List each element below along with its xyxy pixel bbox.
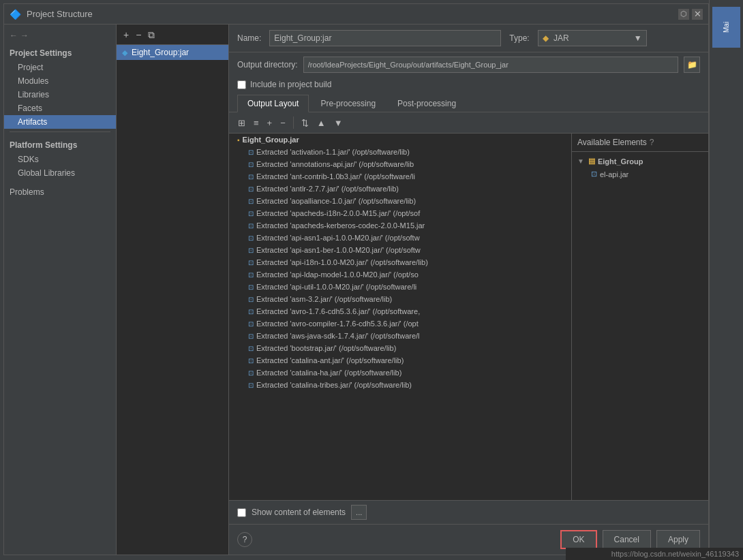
table-row[interactable]: ⊡ Extracted 'api-asn1-ber-1.0.0-M20.jar/… bbox=[229, 244, 571, 256]
table-row[interactable]: ⊡ Extracted 'api-asn1-api-1.0.0-M20.jar/… bbox=[229, 232, 571, 244]
table-row[interactable]: ⊡ Extracted 'antlr-2.7.7.jar/' (/opt/sof… bbox=[229, 183, 571, 195]
show-all-button[interactable]: ⊞ bbox=[234, 115, 249, 130]
project-settings-header: Project Settings bbox=[4, 46, 116, 61]
restore-button[interactable]: ⬡ bbox=[678, 9, 689, 20]
move-down-button[interactable]: ▼ bbox=[331, 115, 346, 130]
move-up-button[interactable]: ▲ bbox=[314, 115, 329, 130]
sidebar: ← → Project Settings Project Modules Lib… bbox=[4, 25, 117, 555]
sidebar-item-problems[interactable]: Problems bbox=[4, 185, 116, 199]
sidebar-item-artifacts[interactable]: Artifacts bbox=[4, 115, 116, 129]
table-row[interactable]: ⊡ Extracted 'ant-contrib-1.0b3.jar/' (/o… bbox=[229, 170, 571, 183]
table-row[interactable]: ⊡ Extracted 'avro-1.7.6-cdh5.3.6.jar/' (… bbox=[229, 305, 571, 317]
output-dir-label: Output directory: bbox=[237, 60, 298, 69]
artifact-toolbar: + − ⧉ bbox=[117, 25, 228, 45]
more-options-button[interactable]: ... bbox=[351, 505, 367, 520]
available-group[interactable]: ▼ ▤ Eight_Group bbox=[572, 155, 708, 168]
expand-button[interactable]: ≡ bbox=[250, 115, 262, 130]
table-row[interactable]: ⊡ Extracted 'api-ldap-model-1.0.0-M20.ja… bbox=[229, 268, 571, 281]
tree-root-label: Eight_Group.jar bbox=[243, 136, 299, 144]
tab-output-layout[interactable]: Output Layout bbox=[237, 95, 309, 112]
artifact-name: Eight_Group:jar bbox=[132, 48, 189, 57]
show-content-label: Show content of elements bbox=[252, 508, 346, 517]
table-row[interactable]: ⊡ Extracted 'annotations-api.jar/' (/opt… bbox=[229, 158, 571, 170]
apply-button[interactable]: Apply bbox=[656, 530, 700, 549]
sidebar-item-libraries[interactable]: Libraries bbox=[4, 88, 116, 102]
extract-icon: ⊡ bbox=[248, 234, 254, 242]
extract-icon: ⊡ bbox=[248, 173, 254, 181]
forward-arrow[interactable]: → bbox=[20, 31, 29, 40]
table-row[interactable]: ⊡ Extracted 'api-util-1.0.0-M20.jar/' (/… bbox=[229, 281, 571, 293]
sidebar-nav: ← → bbox=[4, 28, 116, 43]
cancel-button[interactable]: Cancel bbox=[603, 530, 651, 549]
available-child-label: el-api.jar bbox=[600, 170, 628, 178]
show-content-checkbox[interactable] bbox=[237, 508, 246, 517]
sidebar-item-facets[interactable]: Facets bbox=[4, 102, 116, 115]
sidebar-item-sdks[interactable]: SDKs bbox=[4, 153, 116, 166]
group-collapse-arrow: ▼ bbox=[577, 157, 584, 165]
table-row[interactable]: ⊡ Extracted 'apacheds-kerberos-codec-2.0… bbox=[229, 219, 571, 232]
help-icon[interactable]: ? bbox=[650, 138, 654, 147]
table-row[interactable]: ⊡ Extracted 'apacheds-i18n-2.0.0-M15.jar… bbox=[229, 207, 571, 219]
extract-icon: ⊡ bbox=[248, 149, 254, 156]
sidebar-item-global-libraries[interactable]: Global Libraries bbox=[4, 166, 116, 180]
available-child[interactable]: ⊡ el-api.jar bbox=[572, 168, 708, 181]
artifact-list-panel: + − ⧉ ◆ Eight_Group:jar bbox=[117, 25, 229, 555]
tab-preprocessing[interactable]: Pre-processing bbox=[310, 95, 386, 112]
close-button[interactable]: ✕ bbox=[692, 9, 703, 20]
url-bar: https://blog.csdn.net/weixin_46119343 bbox=[566, 548, 743, 560]
include-checkbox[interactable] bbox=[237, 80, 246, 89]
tabs-row: Output Layout Pre-processing Post-proces… bbox=[229, 95, 708, 112]
extract-icon: ⊡ bbox=[248, 296, 254, 303]
copy-artifact-button[interactable]: ⧉ bbox=[145, 29, 157, 41]
table-row[interactable]: ⊡ Extracted 'activation-1.1.jar/' (/opt/… bbox=[229, 146, 571, 158]
tab-postprocessing[interactable]: Post-processing bbox=[387, 95, 466, 112]
name-label: Name: bbox=[237, 33, 261, 43]
add-element-button[interactable]: + bbox=[264, 115, 276, 130]
sidebar-item-project[interactable]: Project bbox=[4, 61, 116, 74]
name-type-row: Name: Type: ◆ JAR ▼ bbox=[229, 25, 708, 52]
toolbar-separator bbox=[293, 116, 294, 129]
add-artifact-button[interactable]: + bbox=[121, 29, 132, 41]
sidebar-item-modules[interactable]: Modules bbox=[4, 74, 116, 88]
available-header: Available Elements ? bbox=[572, 134, 708, 152]
extract-icon: ⊡ bbox=[248, 198, 254, 205]
table-row[interactable]: ⊡ Extracted 'avro-compiler-1.7.6-cdh5.3.… bbox=[229, 317, 571, 330]
extract-icon: ⊡ bbox=[248, 308, 254, 315]
extract-icon: ⊡ bbox=[248, 357, 254, 364]
remove-artifact-button[interactable]: − bbox=[133, 29, 144, 41]
main-content: Name: Type: ◆ JAR ▼ Output directory: 📁 bbox=[229, 25, 708, 555]
layout-area: ▪ Eight_Group.jar ⊡ Extracted 'activatio… bbox=[229, 134, 708, 500]
output-tree: ▪ Eight_Group.jar ⊡ Extracted 'activatio… bbox=[229, 134, 572, 500]
project-structure-dialog: 🔷 Project Structure ⬡ ✕ ← → Project Sett… bbox=[3, 3, 709, 555]
type-label: Type: bbox=[509, 33, 529, 43]
table-row[interactable]: ⊡ Extracted 'asm-3.2.jar/' (/opt/softwar… bbox=[229, 293, 571, 305]
extract-icon: ⊡ bbox=[248, 161, 254, 168]
table-row[interactable]: ⊡ Extracted 'catalina-ant.jar/' (/opt/so… bbox=[229, 354, 571, 367]
table-row[interactable]: ⊡ Extracted 'api-i18n-1.0.0-M20.jar/' (/… bbox=[229, 256, 571, 268]
sidebar-divider bbox=[10, 131, 110, 132]
back-arrow[interactable]: ← bbox=[10, 31, 18, 40]
right-panel-tab[interactable]: Mai bbox=[712, 7, 740, 48]
extract-icon: ⊡ bbox=[248, 320, 254, 328]
tree-root[interactable]: ▪ Eight_Group.jar bbox=[229, 134, 571, 146]
name-input[interactable] bbox=[269, 30, 501, 46]
ok-button[interactable]: OK bbox=[560, 530, 596, 549]
artifact-entry[interactable]: ◆ Eight_Group:jar bbox=[117, 45, 228, 60]
type-select[interactable]: ◆ JAR ▼ bbox=[538, 30, 647, 46]
table-row[interactable]: ⊡ Extracted 'catalina-tribes.jar/' (/opt… bbox=[229, 379, 571, 391]
bottom-options-row: Show content of elements ... bbox=[229, 500, 708, 524]
remove-element-button[interactable]: − bbox=[277, 115, 289, 130]
browse-dir-button[interactable]: 📁 bbox=[684, 57, 700, 73]
output-dir-input[interactable] bbox=[303, 57, 678, 73]
table-row[interactable]: ⊡ Extracted 'aopalliance-1.0.jar/' (/opt… bbox=[229, 195, 571, 207]
extract-icon: ⊡ bbox=[248, 271, 254, 279]
help-button[interactable]: ? bbox=[237, 532, 252, 547]
table-row[interactable]: ⊡ Extracted 'aws-java-sdk-1.7.4.jar/' (/… bbox=[229, 330, 571, 342]
jar-icon: ▪ bbox=[237, 136, 240, 144]
jar-icon: ◆ bbox=[543, 33, 549, 43]
table-row[interactable]: ⊡ Extracted 'bootstrap.jar/' (/opt/softw… bbox=[229, 342, 571, 354]
sort-button[interactable]: ⇅ bbox=[298, 115, 312, 130]
jar-file-icon: ⊡ bbox=[591, 170, 597, 178]
table-row[interactable]: ⊡ Extracted 'catalina-ha.jar/' (/opt/sof… bbox=[229, 367, 571, 379]
available-label: Available Elements bbox=[577, 138, 647, 147]
